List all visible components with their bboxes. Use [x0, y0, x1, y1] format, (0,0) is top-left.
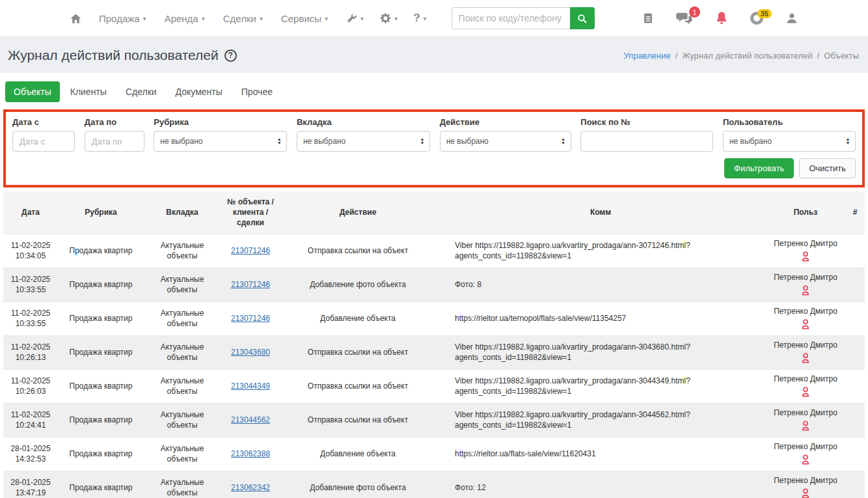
action-log-table: Дата Рубрика Вкладка № объекта / клиента… — [3, 191, 865, 498]
chevron-down-icon: ▾ — [424, 15, 427, 22]
page-header: Журнал действий пользователей ? Управлен… — [0, 37, 868, 73]
nav-menu-sdelki[interactable]: Сделки▾ — [223, 13, 263, 24]
filter-rubric: Рубрика не выбрано ▴▾ — [154, 117, 287, 152]
page-help-icon[interactable]: ? — [224, 49, 237, 62]
tab-objects[interactable]: Объекты — [5, 81, 60, 102]
filter-panel: Дата с Дата по Рубрика не выбрано ▴▾ Вкл… — [3, 109, 865, 187]
select-value: не выбрано — [446, 137, 489, 146]
search-button[interactable] — [570, 7, 595, 29]
cell-hash — [845, 437, 865, 471]
cell-action: Отправка ссылки на объект — [280, 234, 435, 268]
object-id-link[interactable]: 213071246 — [231, 246, 270, 255]
user-name: Петренко Дмитро — [768, 475, 843, 486]
filter-tab: Вкладка не выбрано ▴▾ — [297, 117, 430, 152]
cell-comment: Viber https://119882.ligapro.ua/kvartiry… — [435, 335, 766, 369]
col-action: Действие — [280, 191, 435, 234]
user-person-icon[interactable] — [799, 453, 812, 466]
cell-object-id: 213062342 — [221, 471, 280, 498]
tab-other[interactable]: Прочее — [233, 81, 281, 102]
global-search — [452, 7, 595, 29]
cell-rubric: Продажа квартир — [58, 335, 144, 369]
nav-menu-label: Сервисы — [281, 13, 321, 24]
balance-button[interactable]: 35 — [750, 12, 763, 25]
user-person-icon[interactable] — [799, 419, 812, 432]
tools-menu[interactable]: ▾ — [346, 13, 364, 24]
table-row: 11-02-2025 10:33:55 Продажа квартир Акту… — [3, 301, 865, 335]
filter-button[interactable]: Фильтровать — [724, 158, 794, 178]
cell-object-id: 213071246 — [221, 268, 280, 301]
object-id-link[interactable]: 213062342 — [231, 483, 270, 492]
tab-deals[interactable]: Сделки — [117, 81, 165, 102]
user-person-icon[interactable] — [799, 352, 812, 365]
user-person-icon[interactable] — [799, 284, 812, 297]
col-tab: Вкладка — [144, 191, 221, 234]
cell-comment: https://rieltor.ua/flats-sale/view/11620… — [435, 437, 766, 471]
cell-date: 11-02-2025 10:33:55 — [3, 301, 58, 335]
cell-action: Отправка ссылки на объект — [280, 369, 435, 403]
help-menu[interactable]: ? ▾ — [413, 12, 426, 25]
breadcrumb-link-upravlenie[interactable]: Управление — [623, 51, 670, 61]
notebook-icon — [642, 12, 654, 25]
nav-menu-label: Аренда — [165, 13, 198, 24]
object-id-link[interactable]: 213044349 — [231, 381, 270, 391]
filter-user: Пользователь не выбрано ▴▾ — [723, 117, 856, 152]
action-select[interactable]: не выбрано ▴▾ — [440, 131, 571, 152]
user-select[interactable]: не выбрано ▴▾ — [723, 131, 856, 152]
ledger-button[interactable] — [642, 12, 654, 25]
cell-rubric: Продажа квартир — [58, 403, 144, 437]
cell-date: 11-02-2025 10:26:03 — [3, 369, 58, 403]
breadcrumb: Управление / Журнал действий пользовател… — [623, 51, 860, 61]
user-person-icon[interactable] — [799, 318, 812, 331]
cell-hash — [845, 471, 865, 498]
tab-documents[interactable]: Документы — [167, 81, 231, 102]
profile-button[interactable] — [785, 12, 798, 25]
user-person-icon[interactable] — [799, 487, 812, 498]
nav-menu-prodazha[interactable]: Продажа▾ — [99, 13, 146, 24]
date-to-input[interactable] — [85, 131, 144, 152]
home-button[interactable] — [70, 12, 82, 25]
breadcrumb-item: Журнал действий пользователей — [682, 51, 812, 61]
cell-date: 28-01-2025 13:47:19 — [3, 471, 58, 498]
select-arrows-icon: ▴▾ — [847, 137, 849, 145]
bell-icon — [715, 11, 728, 25]
cell-object-id: 213043680 — [221, 335, 280, 369]
cell-date: 11-02-2025 10:33:55 — [3, 268, 58, 301]
date-from-input[interactable] — [12, 131, 75, 152]
messages-button[interactable]: 1 — [676, 11, 693, 25]
object-id-link[interactable]: 213043680 — [231, 348, 270, 357]
tab-select[interactable]: не выбрано ▴▾ — [297, 131, 430, 152]
object-id-link[interactable]: 213071246 — [231, 314, 270, 323]
breadcrumb-separator: / — [817, 51, 820, 61]
tab-clients[interactable]: Клиенты — [62, 81, 115, 102]
page-title-text: Журнал действий пользователей — [8, 48, 219, 63]
object-id-link[interactable]: 213071246 — [231, 280, 270, 289]
user-name: Петренко Дмитро — [768, 408, 843, 418]
cell-rubric: Продажа квартир — [58, 369, 144, 403]
table-row: 28-01-2025 13:47:19 Продажа квартир Акту… — [3, 471, 865, 498]
filter-label: Дата по — [85, 117, 144, 127]
notifications-button[interactable] — [715, 11, 728, 25]
col-user: Польз — [766, 191, 845, 234]
chevron-down-icon: ▾ — [360, 15, 364, 22]
rubric-select[interactable]: не выбрано ▴▾ — [154, 131, 287, 152]
settings-menu[interactable]: ▾ — [379, 12, 398, 24]
nav-menu-arenda[interactable]: Аренда▾ — [165, 13, 205, 24]
table-row: 11-02-2025 10:24:41 Продажа квартир Акту… — [3, 403, 865, 437]
number-search-input[interactable] — [580, 131, 713, 152]
cell-hash — [845, 403, 865, 437]
user-person-icon[interactable] — [799, 250, 812, 263]
cell-object-id: 213071246 — [221, 234, 280, 268]
object-id-link[interactable]: 213062388 — [231, 449, 270, 458]
cell-hash — [845, 335, 865, 369]
object-id-link[interactable]: 213044562 — [231, 415, 270, 424]
user-person-icon[interactable] — [799, 385, 812, 398]
cell-tab: Актуальные объекты — [144, 471, 221, 498]
cell-hash — [845, 369, 865, 403]
messages-count-badge: 1 — [689, 7, 700, 18]
select-arrows-icon: ▴▾ — [278, 137, 280, 145]
search-input[interactable] — [452, 7, 570, 29]
clear-button[interactable]: Очистить — [799, 158, 856, 178]
breadcrumb-separator: / — [675, 51, 678, 61]
nav-menu-servisy[interactable]: Сервисы▾ — [281, 13, 328, 24]
log-tabs: Объекты Клиенты Сделки Документы Прочее — [5, 81, 863, 102]
